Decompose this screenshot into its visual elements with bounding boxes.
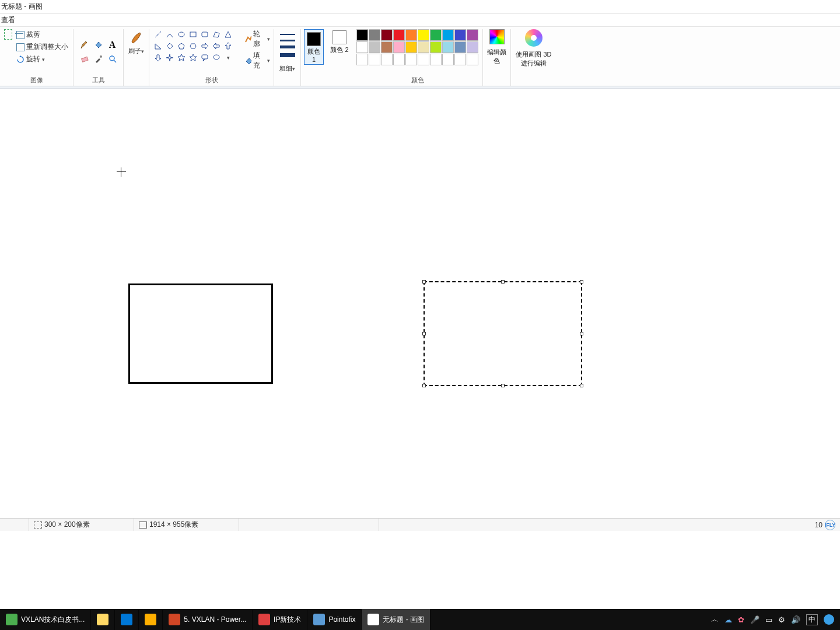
- palette-swatch[interactable]: [393, 41, 405, 53]
- palette-swatch[interactable]: [381, 41, 393, 53]
- taskbar-item[interactable]: [139, 609, 163, 630]
- palette-swatch[interactable]: [393, 54, 405, 65]
- thickness-button[interactable]: [279, 29, 296, 62]
- shape-triangle[interactable]: [223, 29, 233, 40]
- taskbar-item[interactable]: IP新技术: [253, 609, 307, 630]
- shape-5star[interactable]: [176, 52, 187, 63]
- tray-chevron-icon[interactable]: ︿: [711, 614, 719, 625]
- resize-handle-e[interactable]: [580, 332, 583, 335]
- shape-outline-button[interactable]: 轮廓▾: [244, 29, 270, 49]
- palette-swatch[interactable]: [405, 29, 417, 41]
- shape-arrow-l[interactable]: [211, 41, 222, 51]
- shape-arrow-u[interactable]: [223, 41, 233, 51]
- shape-oval[interactable]: [176, 29, 187, 40]
- shape-hexagon[interactable]: [188, 41, 198, 51]
- taskbar-item[interactable]: 5. VXLAN - Power...: [163, 609, 253, 630]
- palette-swatch[interactable]: [369, 29, 380, 41]
- palette-swatch[interactable]: [442, 54, 454, 65]
- shape-polygon[interactable]: [211, 29, 222, 40]
- palette-swatch[interactable]: [418, 29, 429, 41]
- menu-view[interactable]: 查看: [1, 16, 15, 24]
- tray-ime[interactable]: 中: [806, 614, 818, 625]
- brush-button[interactable]: 刷子▾: [127, 29, 146, 55]
- shape-diamond[interactable]: [164, 41, 175, 51]
- tray-onedrive-icon[interactable]: ☁: [724, 615, 732, 624]
- taskbar-item[interactable]: [115, 609, 139, 630]
- taskbar-item[interactable]: VXLAN技术白皮书...: [0, 609, 91, 630]
- edit-colors-button[interactable]: [489, 29, 505, 44]
- palette-swatch[interactable]: [454, 29, 466, 41]
- tray-battery-icon[interactable]: ▭: [765, 615, 772, 624]
- palette-swatch[interactable]: [454, 54, 466, 65]
- palette-swatch[interactable]: [430, 54, 442, 65]
- text-tool[interactable]: A: [106, 38, 119, 51]
- palette-swatch[interactable]: [405, 54, 417, 65]
- shape-4star[interactable]: [164, 52, 175, 63]
- palette-swatch[interactable]: [442, 29, 454, 41]
- shape-arrow-r[interactable]: [200, 41, 210, 51]
- magnifier-tool[interactable]: [106, 52, 119, 65]
- selected-rectangle[interactable]: [424, 281, 582, 386]
- shapes-gallery[interactable]: ▾: [153, 29, 233, 63]
- palette-swatch[interactable]: [430, 41, 442, 53]
- palette-swatch[interactable]: [467, 54, 478, 65]
- paint3d-button[interactable]: [525, 29, 542, 47]
- resize-handle-ne[interactable]: [580, 280, 583, 284]
- shape-arrow-d[interactable]: [153, 52, 163, 63]
- palette-swatch[interactable]: [381, 29, 393, 41]
- tray-mic-icon[interactable]: 🎤: [750, 615, 760, 624]
- resize-handle-se[interactable]: [580, 384, 583, 387]
- palette-swatch[interactable]: [369, 41, 380, 53]
- tray-wifi-icon[interactable]: ⚙: [778, 615, 785, 624]
- pencil-tool[interactable]: [78, 38, 91, 51]
- color2-button[interactable]: 颜色 2: [330, 29, 349, 54]
- shape-line[interactable]: [153, 29, 163, 40]
- palette-swatch[interactable]: [467, 41, 478, 53]
- eraser-tool[interactable]: [78, 52, 91, 65]
- shape-pentagon[interactable]: [176, 41, 187, 51]
- resize-handle-n[interactable]: [501, 280, 505, 284]
- picker-tool[interactable]: [92, 52, 105, 65]
- fill-tool[interactable]: [92, 38, 105, 51]
- resize-handle-sw[interactable]: [422, 384, 426, 387]
- palette-swatch[interactable]: [467, 29, 478, 41]
- rotate-button[interactable]: 旋转▾: [15, 54, 46, 65]
- shape-callout[interactable]: [200, 52, 210, 63]
- resize-handle-nw[interactable]: [422, 280, 426, 284]
- shape-callout2[interactable]: [211, 52, 222, 63]
- resize-handle-w[interactable]: [422, 332, 426, 335]
- palette-swatch[interactable]: [430, 29, 442, 41]
- canvas-area[interactable]: [0, 89, 840, 518]
- shape-rect[interactable]: [188, 29, 198, 40]
- color-palette[interactable]: [356, 29, 478, 65]
- shape-right-tri[interactable]: [153, 41, 163, 51]
- palette-swatch[interactable]: [356, 29, 368, 41]
- palette-swatch[interactable]: [381, 54, 393, 65]
- shape-roundrect[interactable]: [200, 29, 210, 40]
- system-tray[interactable]: ︿ ☁ ✿ 🎤 ▭ ⚙ 🔊 中: [711, 614, 840, 625]
- tray-flower-icon[interactable]: ✿: [738, 615, 744, 624]
- palette-swatch[interactable]: [442, 41, 454, 53]
- palette-swatch[interactable]: [454, 41, 466, 53]
- resize-handle-s[interactable]: [501, 384, 505, 387]
- palette-swatch[interactable]: [393, 29, 405, 41]
- select-icon[interactable]: [4, 29, 12, 40]
- palette-swatch[interactable]: [418, 54, 429, 65]
- tray-volume-icon[interactable]: 🔊: [791, 615, 800, 624]
- shape-fill-button[interactable]: 填充▾: [244, 51, 270, 71]
- crop-button[interactable]: 裁剪: [15, 29, 41, 40]
- palette-swatch[interactable]: [405, 41, 417, 53]
- palette-swatch[interactable]: [369, 54, 380, 65]
- taskbar-item[interactable]: [91, 609, 115, 630]
- canvas[interactable]: [0, 89, 840, 518]
- status-zoom[interactable]: 10 IFLY: [810, 519, 840, 531]
- shape-curve[interactable]: [164, 29, 175, 40]
- shape-more[interactable]: ▾: [223, 52, 233, 63]
- taskbar-item[interactable]: 无标题 - 画图: [362, 609, 430, 630]
- palette-swatch[interactable]: [418, 41, 429, 53]
- tray-circle-icon[interactable]: [824, 614, 834, 625]
- palette-swatch[interactable]: [356, 41, 368, 53]
- palette-swatch[interactable]: [356, 54, 368, 65]
- color1-button[interactable]: 颜色 1: [304, 29, 324, 65]
- taskbar-item[interactable]: Pointofix: [307, 609, 362, 630]
